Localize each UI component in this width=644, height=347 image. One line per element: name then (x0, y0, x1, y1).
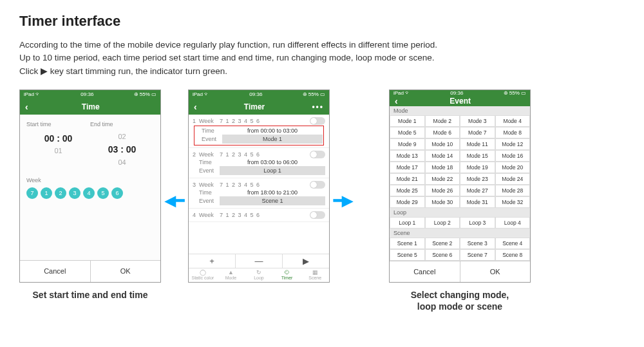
loop-cell[interactable]: Loop 4 (495, 217, 531, 229)
mode-cell[interactable]: Mode 25 (390, 185, 425, 196)
desc-line-1: According to the time of the mobile devi… (19, 40, 437, 50)
timer-index: 1 (193, 118, 199, 124)
loop-grid: Loop 1Loop 2Loop 3Loop 4 (390, 217, 530, 229)
remove-button[interactable]: — (236, 254, 283, 268)
loop-cell[interactable]: Loop 2 (425, 217, 460, 229)
toggle-switch[interactable] (310, 151, 325, 158)
week-day-dot[interactable]: 4 (83, 187, 95, 199)
timer-item: 1Week7 1 2 3 4 5 6 Timefrom 00:00 to 03:… (189, 115, 329, 148)
mode-cell[interactable]: Mode 8 (495, 127, 531, 138)
tab-static-color[interactable]: ◯Static color (189, 268, 217, 282)
back-icon[interactable]: ‹ (395, 96, 398, 106)
scene-icon: ▦ (312, 270, 318, 276)
days-list: 7 1 2 3 4 5 6 (220, 212, 310, 218)
tab-timer[interactable]: ⏲Timer (273, 268, 301, 282)
section-mode: Mode (390, 106, 530, 115)
back-icon[interactable]: ‹ (194, 102, 197, 112)
mode-cell[interactable]: Mode 21 (390, 173, 425, 185)
mode-cell[interactable]: Mode 2 (425, 115, 460, 127)
palette-icon: ◯ (200, 270, 206, 276)
week-label: Week (199, 182, 220, 188)
time-range[interactable]: from 00:00 to 03:00 (222, 127, 323, 134)
mode-cell[interactable]: Mode 28 (495, 185, 531, 196)
add-button[interactable]: + (189, 254, 236, 268)
status-right: ⊕ 55% ▭ (134, 91, 156, 97)
week-day-dot[interactable]: 5 (97, 187, 109, 199)
header-spacer (523, 97, 525, 106)
mode-cell[interactable]: Mode 27 (460, 185, 495, 196)
scene-cell[interactable]: Scene 1 (390, 238, 425, 249)
scene-cell[interactable]: Scene 8 (495, 249, 531, 261)
mode-cell[interactable]: Mode 24 (495, 173, 531, 185)
toggle-switch[interactable] (310, 117, 325, 125)
toggle-switch[interactable] (310, 211, 325, 219)
section-scene: Scene (390, 229, 530, 238)
mode-cell[interactable]: Mode 16 (495, 150, 531, 162)
event-scroll[interactable]: Mode Mode 1Mode 2Mode 3Mode 4Mode 5Mode … (390, 106, 530, 261)
description: According to the time of the mobile devi… (19, 39, 625, 78)
mode-cell[interactable]: Mode 4 (495, 115, 531, 127)
end-hour[interactable]: 03 : 00 (90, 142, 154, 156)
scene-cell[interactable]: Scene 5 (390, 249, 425, 261)
cancel-button[interactable]: Cancel (390, 261, 460, 283)
event-value[interactable]: Scene 1 (220, 196, 325, 205)
mode-cell[interactable]: Mode 17 (390, 162, 425, 173)
mode-cell[interactable]: Mode 19 (460, 162, 495, 173)
mode-cell[interactable]: Mode 15 (460, 150, 495, 162)
mode-cell[interactable]: Mode 32 (495, 196, 531, 208)
mode-cell[interactable]: Mode 10 (425, 138, 460, 150)
mode-cell[interactable]: Mode 20 (495, 162, 531, 173)
loop-icon: ↻ (256, 270, 261, 276)
scene-cell[interactable]: Scene 4 (495, 238, 531, 249)
event-value[interactable]: Loop 1 (220, 166, 325, 175)
week-day-dot[interactable]: 6 (111, 187, 123, 199)
time-range[interactable]: from 03:00 to 06:00 (220, 159, 325, 165)
play-button[interactable]: ▶ (283, 254, 329, 268)
mode-cell[interactable]: Mode 7 (460, 127, 495, 138)
week-day-dot[interactable]: 1 (41, 187, 52, 199)
mode-cell[interactable]: Mode 5 (390, 127, 425, 138)
mode-cell[interactable]: Mode 18 (425, 162, 460, 173)
ok-button[interactable]: OK (91, 261, 161, 282)
toggle-switch[interactable] (310, 181, 325, 189)
mode-cell[interactable]: Mode 9 (390, 138, 425, 150)
week-day-dot[interactable]: 2 (55, 187, 66, 199)
mode-grid: Mode 1Mode 2Mode 3Mode 4Mode 5Mode 6Mode… (390, 115, 530, 208)
scene-cell[interactable]: Scene 3 (460, 238, 495, 249)
mode-cell[interactable]: Mode 26 (425, 185, 460, 196)
scene-cell[interactable]: Scene 6 (425, 249, 460, 261)
start-hour[interactable]: 00 : 00 (26, 131, 90, 145)
tab-loop[interactable]: ↻Loop (245, 268, 273, 282)
tab-mode[interactable]: ▲Mode (217, 268, 245, 282)
mode-cell[interactable]: Mode 12 (495, 138, 531, 150)
days-list: 7 1 2 3 4 5 6 (220, 182, 310, 188)
mode-cell[interactable]: Mode 29 (390, 196, 425, 208)
mode-cell[interactable]: Mode 22 (425, 173, 460, 185)
mode-cell[interactable]: Mode 6 (425, 127, 460, 138)
mode-cell[interactable]: Mode 30 (425, 196, 460, 208)
time-picker[interactable]: 00 : 0001 0203 : 0004 (26, 131, 154, 169)
tab-scene[interactable]: ▦Scene (301, 268, 329, 282)
arrow-right-icon: ━▶ (334, 192, 353, 209)
ok-button[interactable]: OK (460, 261, 531, 283)
time-range[interactable]: from 18:00 to 21:00 (220, 189, 325, 196)
back-icon[interactable]: ‹ (25, 102, 28, 112)
mode-cell[interactable]: Mode 23 (460, 173, 495, 185)
week-label: Week (26, 177, 154, 183)
loop-cell[interactable]: Loop 3 (460, 217, 495, 229)
mode-cell[interactable]: Mode 13 (390, 150, 425, 162)
mode-cell[interactable]: Mode 14 (425, 150, 460, 162)
mode-cell[interactable]: Mode 3 (460, 115, 495, 127)
cancel-button[interactable]: Cancel (20, 261, 91, 282)
more-icon[interactable]: ••• (312, 102, 324, 111)
scene-cell[interactable]: Scene 2 (425, 238, 460, 249)
scene-grid: Scene 1Scene 2Scene 3Scene 4Scene 5Scene… (390, 238, 530, 261)
mode-cell[interactable]: Mode 1 (390, 115, 425, 127)
mode-cell[interactable]: Mode 31 (460, 196, 495, 208)
loop-cell[interactable]: Loop 1 (390, 217, 425, 229)
week-day-dot[interactable]: 7 (26, 187, 38, 199)
week-day-dot[interactable]: 3 (69, 187, 80, 199)
scene-cell[interactable]: Scene 7 (460, 249, 495, 261)
event-value[interactable]: Mode 1 (222, 135, 323, 144)
mode-cell[interactable]: Mode 11 (460, 138, 495, 150)
